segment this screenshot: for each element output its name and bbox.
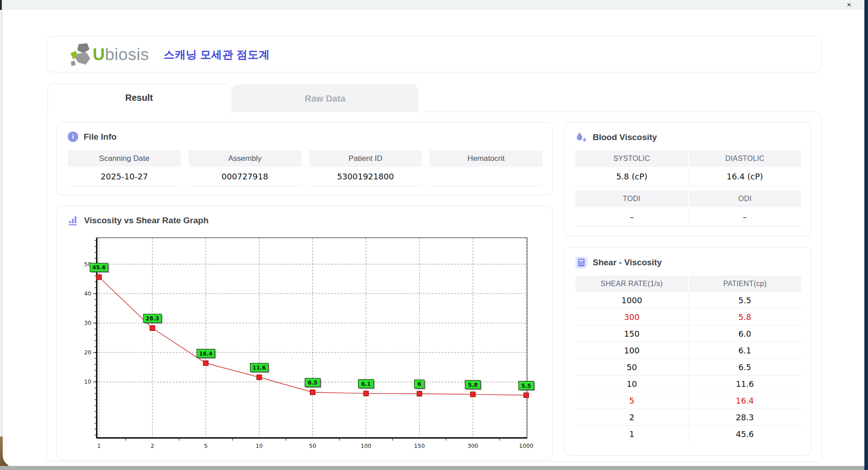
file-info-field-label: Patient ID (309, 150, 422, 167)
blood-value-cell: – (576, 207, 688, 226)
close-icon[interactable]: × (844, 0, 854, 9)
tab-result[interactable]: Result (47, 84, 231, 113)
blood-viscosity-table: SYSTOLICDIASTOLIC5.8 (cP)16.4 (cP)TODIOD… (576, 150, 801, 226)
patient-viscosity-cell: 45.6 (688, 426, 801, 442)
shear-rate-cell: 300 (576, 309, 688, 325)
bottom-edge-strip (0, 466, 864, 470)
blood-value-cell: 5.8 (cP) (576, 167, 688, 186)
blood-value-row: 5.8 (cP)16.4 (cP) (576, 167, 801, 186)
patient-viscosity-cell: 6.5 (688, 359, 801, 375)
svg-text:1000: 1000 (519, 442, 533, 449)
shear-rate-cell: 10 (576, 376, 688, 392)
viscosity-shear-chart: 10203040501251050100150300100045.628.316… (66, 232, 544, 458)
file-info-fields: Scanning Date2025-10-27Assembly000727918… (68, 150, 542, 186)
data-point-marker (203, 361, 208, 366)
blood-header-row: SYSTOLICDIASTOLIC (576, 150, 801, 167)
data-point-marker (150, 326, 155, 331)
data-point-marker (257, 375, 262, 380)
file-info-field-value (429, 167, 542, 186)
blood-viscosity-card: Blood Viscosity SYSTOLICDIASTOLIC5.8 (cP… (564, 122, 811, 236)
svg-text:2: 2 (151, 442, 154, 449)
graph-title: Viscosity vs Shear Rate Graph (68, 215, 208, 226)
svg-text:20: 20 (84, 349, 91, 356)
window-titlebar: × (0, 0, 864, 9)
patient-viscosity-cell: 16.4 (688, 392, 801, 409)
svg-text:10: 10 (255, 442, 263, 449)
file-info-field-label: Hematocrit (429, 150, 542, 167)
blood-value-cell: – (688, 207, 801, 226)
svg-text:150: 150 (414, 442, 425, 449)
svg-text:1: 1 (97, 442, 101, 449)
shear-viscosity-card: Shear - Viscosity SHEAR RATE(1/s)PATIENT… (564, 247, 811, 456)
info-icon: i (68, 132, 78, 142)
blood-viscosity-title-text: Blood Viscosity (593, 132, 657, 142)
shear-viscosity-table: SHEAR RATE(1/s)PATIENT(cp)10005.53005.81… (576, 276, 801, 442)
shear-table-row: 145.6 (576, 426, 801, 442)
data-point-marker (310, 390, 315, 395)
file-info-field: Assembly000727918 (189, 150, 302, 186)
droplet-icon (576, 132, 587, 143)
patient-viscosity-cell: 5.5 (688, 292, 801, 308)
file-info-field-value: 2025-10-27 (68, 167, 181, 186)
data-point-label: 45.6 (92, 264, 106, 271)
blood-header-cell: TODI (576, 191, 688, 207)
graph-title-text: Viscosity vs Shear Rate Graph (84, 216, 208, 226)
shear-rate-cell: 50 (576, 359, 688, 375)
data-point-label: 6 (418, 381, 421, 387)
data-point-label: 28.3 (146, 315, 159, 322)
shear-table-row: 10005.5 (576, 292, 801, 309)
ubiosis-logo-text: Ubiosis (93, 45, 149, 64)
patient-viscosity-cell: 6.0 (688, 325, 801, 342)
data-point-marker (524, 393, 529, 398)
calculator-icon (576, 257, 587, 268)
svg-text:50: 50 (309, 442, 316, 449)
shear-rate-cell: 150 (576, 325, 688, 342)
svg-text:40: 40 (84, 290, 91, 297)
blood-header-row: TODIODI (576, 191, 801, 207)
data-point-label: 5.5 (521, 383, 531, 389)
left-edge-strip (0, 0, 2, 10)
ubiosis-logo-icon (67, 42, 92, 67)
svg-text:5: 5 (204, 442, 208, 449)
shear-rate-cell: 2 (576, 409, 688, 425)
blood-header-cell: SYSTOLIC (576, 150, 688, 167)
file-info-field: Scanning Date2025-10-27 (68, 150, 181, 186)
file-info-title: i File Info (68, 132, 117, 142)
data-point-label: 6.5 (308, 380, 317, 386)
blood-value-row: –– (576, 207, 801, 226)
svg-text:10: 10 (84, 378, 91, 385)
shear-rate-cell: 5 (576, 392, 688, 409)
header-card: Ubiosis 스캐닝 모세관 점도계 (47, 36, 822, 72)
shear-header-cell: SHEAR RATE(1/s) (576, 276, 688, 292)
shear-table-row: 1506.0 (576, 325, 801, 342)
shear-rate-cell: 1 (576, 426, 688, 442)
svg-text:300: 300 (467, 442, 478, 449)
data-point-marker (417, 391, 422, 396)
svg-text:30: 30 (84, 320, 91, 326)
app-title-korean: 스캐닝 모세관 점도계 (164, 47, 270, 62)
file-info-field: Patient ID53001921800 (309, 150, 422, 186)
patient-viscosity-cell: 5.8 (688, 309, 801, 325)
data-point-marker (470, 392, 475, 397)
chart-svg: 10203040501251050100150300100045.628.316… (66, 232, 544, 458)
shear-viscosity-title-text: Shear - Viscosity (593, 258, 662, 268)
ubiosis-logo: Ubiosis (67, 42, 149, 67)
patient-viscosity-cell: 11.6 (688, 376, 801, 392)
shear-table-row: 3005.8 (576, 309, 801, 325)
file-info-field-label: Scanning Date (68, 150, 181, 167)
file-info-field-value: 000727918 (189, 167, 302, 186)
data-point-label: 11.6 (253, 365, 266, 371)
patient-viscosity-cell: 6.1 (688, 342, 801, 358)
shear-header-row: SHEAR RATE(1/s)PATIENT(cp) (576, 276, 801, 292)
file-info-field-label: Assembly (189, 150, 302, 167)
blood-value-cell: 16.4 (cP) (688, 167, 801, 186)
data-point-label: 5.8 (468, 382, 477, 388)
blood-viscosity-title: Blood Viscosity (576, 132, 657, 143)
tab-raw-data[interactable]: Raw Data (232, 85, 418, 112)
shear-table-row: 516.4 (576, 392, 801, 409)
file-info-field: Hematocrit (429, 150, 542, 186)
file-info-field-value: 53001921800 (309, 167, 422, 186)
shear-table-row: 1006.1 (576, 342, 801, 359)
blood-header-cell: DIASTOLIC (688, 150, 802, 167)
graph-card: Viscosity vs Shear Rate Graph 1020304050… (57, 206, 553, 460)
